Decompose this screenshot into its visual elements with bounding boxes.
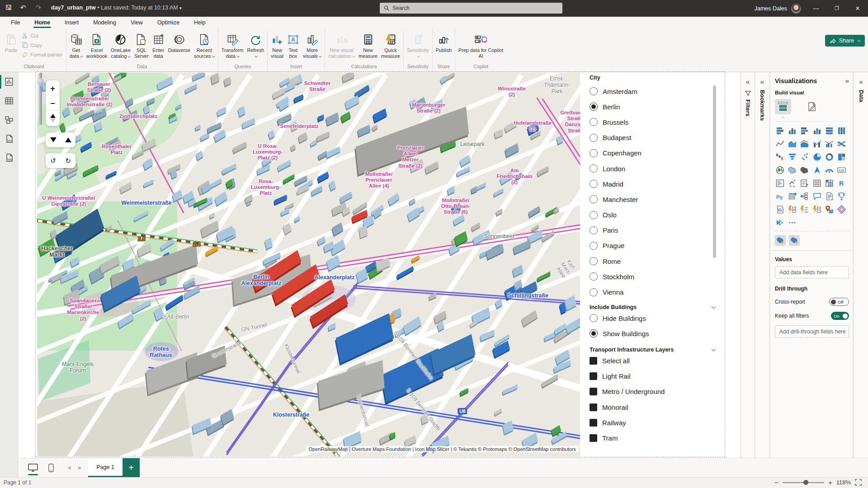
city-option-berlin[interactable]: Berlin — [590, 99, 722, 114]
visual-type-multirow-card-icon[interactable] — [775, 178, 785, 188]
zoom-out-button[interactable]: − — [774, 479, 778, 486]
rail-tmdl-view[interactable]: TMDL — [0, 148, 18, 167]
visual-type-more-dots-icon[interactable] — [787, 217, 797, 227]
recent-sources-button[interactable]: Recent sources — [193, 30, 216, 61]
visual-type-power-automate-icon[interactable] — [800, 204, 810, 214]
format-painter-button[interactable]: Format painter — [20, 50, 64, 59]
visual-type-scatter-icon[interactable] — [800, 152, 810, 162]
add-drill-through-well[interactable]: Add drill-through fields here — [775, 325, 849, 338]
city-option-rome[interactable]: Rome — [590, 253, 722, 269]
minimize-button[interactable]: — — [806, 0, 826, 17]
cross-report-toggle[interactable]: Off — [829, 298, 849, 306]
visual-type-more-arrows-icon[interactable] — [775, 217, 785, 227]
visual-type-pct-bar-icon[interactable] — [824, 126, 834, 136]
transport-option-tram[interactable]: Tram — [590, 430, 722, 446]
collapse-visualizations-icon[interactable]: » — [845, 77, 849, 84]
redo-icon[interactable]: ↷ — [33, 4, 43, 12]
visual-type-r-script-icon[interactable]: R — [837, 178, 847, 188]
account-menu[interactable]: James Dales — [755, 0, 801, 17]
fit-to-page-icon[interactable] — [855, 479, 862, 486]
zoom-slider-handle[interactable] — [803, 480, 808, 485]
buildings-option-hide-buildings[interactable]: Hide Buildings — [590, 310, 722, 326]
custom-visual-icon-map-slicer-icon[interactable] — [775, 235, 786, 246]
maximize-button[interactable]: ❐ — [826, 0, 847, 17]
transport-option-monorail[interactable]: Monorail — [590, 399, 722, 415]
quick-measure-button[interactable]: Quick measure — [380, 30, 401, 61]
refresh-button[interactable]: Refresh — [246, 30, 266, 61]
city-option-copenhagen[interactable]: Copenhagen — [590, 145, 722, 161]
collapse-chevron-icon[interactable] — [712, 347, 716, 352]
city-option-budapest[interactable]: Budapest — [590, 130, 722, 145]
rotate-ccw-button[interactable]: ↺ — [50, 157, 56, 165]
build-visual-tab[interactable] — [775, 99, 791, 114]
buildings-option-show-buildings[interactable]: Show Buildings — [590, 326, 722, 341]
visual-type-line-stacked-col-icon[interactable] — [812, 139, 822, 149]
next-page-arrow[interactable]: ► — [75, 458, 85, 477]
map-zoom-out-button[interactable]: − — [46, 98, 60, 110]
expand-bookmarks-icon[interactable]: « — [755, 78, 769, 85]
menu-file[interactable]: File — [5, 18, 26, 27]
add-page-button[interactable]: + — [123, 458, 140, 477]
text-box-button[interactable]: AText box — [286, 30, 301, 61]
new-measure-button[interactable]: New measure — [357, 30, 379, 61]
enter-data-button[interactable]: Enter data — [151, 30, 166, 61]
desktop-layout-button[interactable] — [24, 458, 42, 477]
visual-type-ribbon-icon[interactable] — [837, 139, 847, 149]
visual-type-treemap-icon[interactable] — [837, 152, 847, 162]
city-option-paris[interactable]: Paris — [590, 223, 722, 238]
menu-insert[interactable]: Insert — [58, 18, 85, 27]
map-visual[interactable]: Bernauer Straße (2)Brunnenstraße/ Invali… — [37, 73, 580, 456]
rail-table-view[interactable] — [0, 91, 18, 110]
cut-button[interactable]: Cut — [20, 31, 64, 40]
visual-type-clustered-column-icon[interactable] — [812, 126, 822, 136]
custom-visual-icon-map-icon[interactable] — [789, 235, 800, 246]
collapse-chevron-icon[interactable] — [712, 305, 716, 309]
visual-type-line-icon[interactable] — [775, 139, 785, 149]
visual-type-arcgis-icon[interactable] — [824, 204, 834, 214]
visual-type-stacked-area-icon[interactable] — [800, 139, 810, 149]
city-option-london[interactable]: London — [590, 161, 722, 176]
visual-type-slicer-new-icon[interactable] — [787, 191, 797, 201]
save-icon[interactable]: 🖫 — [4, 4, 14, 11]
menu-modeling[interactable]: Modeling — [87, 18, 123, 27]
excel-workbook-button[interactable]: Excel workbook — [85, 30, 108, 61]
rail-report-view[interactable] — [0, 72, 18, 91]
visual-type-area-icon[interactable] — [787, 139, 797, 149]
visual-type-pct-column-icon[interactable] — [837, 126, 847, 136]
visual-type-line-clustered-col-icon[interactable] — [824, 139, 834, 149]
add-data-fields-well[interactable]: Add data fields here — [775, 266, 849, 278]
visual-type-metrics-icon[interactable] — [837, 204, 847, 214]
mobile-layout-button[interactable] — [42, 458, 60, 477]
city-option-madrid[interactable]: Madrid — [590, 176, 722, 192]
city-option-prague[interactable]: Prague — [590, 238, 722, 253]
copy-button[interactable]: Copy — [20, 41, 64, 49]
document-title[interactable]: day7_urban_ptw • Last saved: Today at 10… — [51, 5, 182, 11]
visual-type-filled-map-icon[interactable] — [787, 165, 797, 175]
transform-data-button[interactable]: Transform data — [220, 30, 245, 61]
map-pitch-button[interactable] — [50, 113, 56, 124]
report-canvas[interactable]: Bernauer Straße (2)Brunnenstraße/ Invali… — [19, 72, 741, 458]
visual-type-map-globe-icon[interactable] — [775, 165, 785, 175]
page-tab[interactable]: Page 1 — [88, 458, 123, 477]
visual-type-clustered-bar-icon[interactable] — [800, 126, 810, 136]
visual-type-goals-icon[interactable] — [837, 191, 847, 201]
share-button[interactable]: Share — [825, 35, 865, 47]
city-scrollbar[interactable] — [713, 85, 716, 258]
publish-button[interactable]: Publish — [434, 30, 453, 54]
rail-model-view[interactable] — [0, 110, 18, 129]
menu-home[interactable]: Home — [28, 18, 57, 27]
transport-option-light-rail[interactable]: Light Rail — [590, 369, 722, 384]
more-visuals-button[interactable]: More visuals — [302, 30, 323, 61]
visual-type-narrative-icon[interactable] — [824, 191, 834, 201]
visual-type-pie-icon[interactable] — [812, 152, 822, 162]
zoom-slider[interactable] — [783, 482, 824, 483]
tilt-down-button[interactable] — [50, 137, 57, 142]
visual-type-table-icon[interactable] — [812, 178, 822, 188]
menu-view[interactable]: View — [124, 18, 149, 27]
dataverse-button[interactable]: Dataverse — [167, 30, 192, 54]
data-pane-collapsed[interactable]: « Data — [854, 72, 868, 477]
transport-option-metro-underground[interactable]: Metro / Underground — [590, 384, 722, 399]
visual-type-power-bi-app-icon[interactable] — [812, 204, 822, 214]
visual-type-python-icon[interactable]: Py — [775, 191, 785, 201]
expand-data-icon[interactable]: « — [854, 78, 868, 85]
